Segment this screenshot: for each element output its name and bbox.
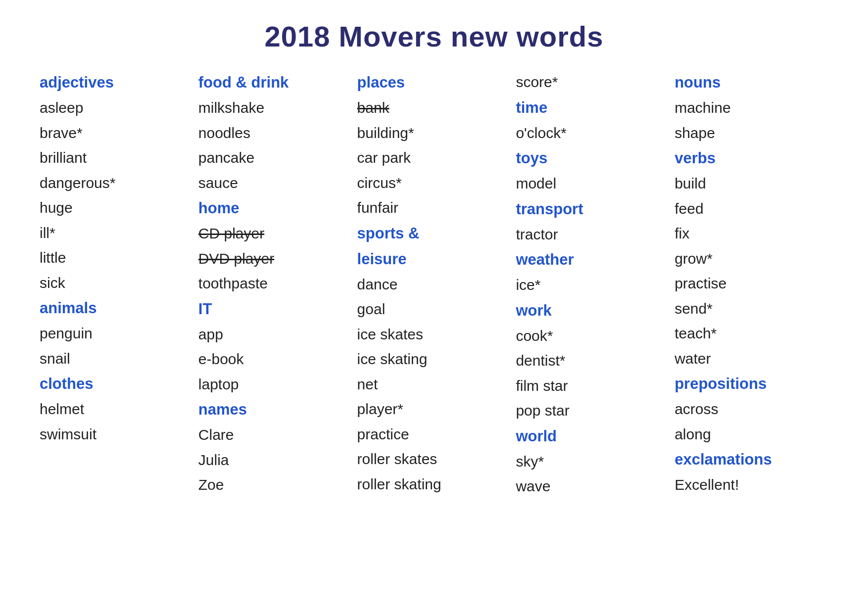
word-grid: adjectivesasleepbrave*brilliantdangerous…: [30, 71, 838, 498]
column-1: adjectivesasleepbrave*brilliantdangerous…: [40, 71, 193, 498]
column-4: score*timeo'clock*toysmodeltransporttrac…: [516, 71, 670, 498]
word-item: roller skates: [357, 448, 511, 471]
word-item: practise: [675, 272, 828, 295]
word-item: helmet: [40, 398, 193, 421]
word-item: noodles: [198, 122, 352, 145]
word-item: sports &: [357, 222, 511, 245]
word-item: send*: [675, 297, 828, 321]
word-item: milkshake: [198, 96, 352, 120]
word-item: asleep: [40, 96, 193, 120]
word-item: laptop: [198, 373, 352, 396]
word-item: work: [516, 299, 670, 323]
word-item: Clare: [198, 424, 352, 447]
word-item: dance: [357, 273, 511, 296]
word-item: CD player: [198, 222, 352, 245]
word-item: places: [357, 71, 511, 94]
word-item: bank: [357, 96, 511, 120]
word-item: brilliant: [40, 146, 193, 170]
word-item: transport: [516, 197, 670, 221]
word-item: IT: [198, 297, 352, 321]
word-item: leisure: [357, 247, 511, 271]
word-item: funfair: [357, 196, 511, 220]
word-item: huge: [40, 196, 193, 220]
word-item: net: [357, 373, 511, 396]
word-item: ice skating: [357, 348, 511, 371]
word-item: model: [516, 172, 670, 195]
word-item: brave*: [40, 122, 193, 145]
word-item: sauce: [198, 172, 352, 195]
word-item: feed: [675, 197, 828, 221]
word-item: machine: [675, 96, 828, 120]
word-item: food & drink: [198, 71, 352, 94]
word-item: app: [198, 323, 352, 346]
word-item: Zoe: [198, 473, 352, 497]
word-item: dentist*: [516, 349, 670, 373]
word-item: clothes: [40, 372, 193, 396]
word-item: snail: [40, 347, 193, 371]
word-item: world: [516, 424, 670, 448]
word-item: verbs: [675, 146, 828, 170]
word-item: little: [40, 246, 193, 270]
word-item: player*: [357, 398, 511, 421]
word-item: across: [675, 398, 828, 421]
word-item: pop star: [516, 399, 670, 423]
word-item: swimsuit: [40, 423, 193, 446]
word-item: teach*: [675, 322, 828, 345]
word-item: Excellent!: [675, 473, 828, 497]
word-item: fix: [675, 222, 828, 245]
word-item: o'clock*: [516, 122, 670, 145]
column-5: nounsmachineshapeverbsbuildfeedfixgrow*p…: [675, 71, 828, 498]
word-item: ice*: [516, 274, 670, 297]
word-item: ice skates: [357, 323, 511, 346]
word-item: nouns: [675, 71, 828, 94]
word-item: DVD player: [198, 247, 352, 271]
word-item: toothpaste: [198, 272, 352, 295]
word-item: time: [516, 96, 670, 120]
word-item: adjectives: [40, 71, 193, 94]
column-2: food & drinkmilkshakenoodlespancakesauce…: [198, 71, 352, 498]
column-3: placesbankbuilding*car parkcircus*funfai…: [357, 71, 511, 498]
word-item: shape: [675, 122, 828, 145]
word-item: build: [675, 172, 828, 195]
word-item: exclamations: [675, 448, 828, 472]
word-item: animals: [40, 296, 193, 320]
word-item: weather: [516, 248, 670, 272]
word-item: tractor: [516, 223, 670, 246]
word-item: names: [198, 398, 352, 422]
word-item: practice: [357, 423, 511, 446]
page-title: 2018 Movers new words: [30, 20, 838, 53]
word-item: ill*: [40, 222, 193, 245]
word-item: penguin: [40, 322, 193, 345]
word-item: water: [675, 347, 828, 371]
word-item: e-book: [198, 348, 352, 371]
word-item: prepositions: [675, 372, 828, 396]
word-item: grow*: [675, 247, 828, 271]
word-item: cook*: [516, 325, 670, 348]
word-item: pancake: [198, 146, 352, 170]
word-item: Julia: [198, 449, 352, 472]
word-item: sky*: [516, 450, 670, 473]
word-item: circus*: [357, 172, 511, 195]
word-item: roller skating: [357, 473, 511, 496]
word-item: toys: [516, 146, 670, 170]
word-item: along: [675, 423, 828, 446]
word-item: home: [198, 196, 352, 220]
word-item: film star: [516, 375, 670, 398]
word-item: score*: [516, 71, 670, 94]
word-item: building*: [357, 122, 511, 145]
word-item: sick: [40, 272, 193, 295]
word-item: goal: [357, 298, 511, 321]
word-item: dangerous*: [40, 172, 193, 195]
word-item: wave: [516, 475, 670, 498]
word-item: car park: [357, 146, 511, 170]
